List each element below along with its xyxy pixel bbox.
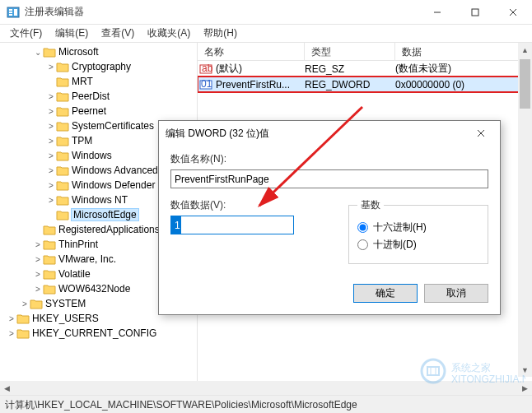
col-name[interactable]: 名称 xyxy=(198,43,305,60)
scroll-up-icon[interactable]: ▲ xyxy=(518,43,532,57)
svg-rect-6 xyxy=(472,9,478,16)
value-data-field[interactable] xyxy=(170,216,294,234)
tree-item-label: SystemCertificates xyxy=(72,120,154,132)
tree-item-label: Microsoft xyxy=(58,46,99,58)
svg-rect-4 xyxy=(14,9,17,16)
tree-item-label: SYSTEM xyxy=(45,298,86,309)
expand-icon[interactable]: > xyxy=(46,122,56,131)
value-name-label: 数值名称(N): xyxy=(170,152,488,166)
expand-icon[interactable]: > xyxy=(46,63,56,72)
tree-item-label: MicrosoftEdge xyxy=(72,209,138,220)
dialog-title: 编辑 DWORD (32 位)值 xyxy=(166,127,469,141)
folder-icon xyxy=(56,180,69,191)
folder-icon xyxy=(56,210,69,220)
base-legend: 基数 xyxy=(357,198,384,212)
expand-icon[interactable]: > xyxy=(46,181,56,190)
svg-rect-1 xyxy=(9,9,12,11)
value-data-label: 数值数据(V): xyxy=(170,198,337,212)
string-value-icon: ab xyxy=(198,63,214,76)
expand-icon[interactable]: > xyxy=(33,240,43,249)
tree-item[interactable]: ⌄Microsoft xyxy=(0,44,197,59)
tree-item-label: WOW6432Node xyxy=(58,283,130,295)
list-row[interactable]: ab(默认)REG_SZ(数值未设置) xyxy=(198,61,532,77)
titlebar: 注册表编辑器 xyxy=(0,0,532,25)
regedit-icon xyxy=(7,6,20,19)
value-name-field[interactable] xyxy=(170,169,488,188)
scroll-left-icon[interactable]: ◀ xyxy=(0,381,14,395)
expand-icon[interactable]: > xyxy=(33,285,43,294)
tree-item-label: RegisteredApplications xyxy=(58,224,160,235)
menu-file[interactable]: 文件(F) xyxy=(3,25,49,42)
ok-button[interactable]: 确定 xyxy=(353,284,418,303)
folder-icon xyxy=(30,299,43,309)
dialog-close-button[interactable] xyxy=(469,121,493,146)
minimize-button[interactable] xyxy=(418,0,456,25)
svg-point-16 xyxy=(422,360,445,383)
menu-favorites[interactable]: 收藏夹(A) xyxy=(141,25,197,42)
folder-icon xyxy=(56,77,69,87)
vertical-scrollbar[interactable]: ▲ ▼ xyxy=(518,43,532,377)
col-data[interactable]: 数据 xyxy=(395,43,532,60)
radio-dec[interactable]: 十进制(D) xyxy=(357,238,479,252)
expand-icon[interactable]: > xyxy=(46,137,56,146)
list-header: 名称 类型 数据 xyxy=(198,43,532,61)
expand-icon[interactable]: > xyxy=(33,270,43,279)
folder-icon xyxy=(16,313,30,324)
scroll-thumb[interactable] xyxy=(520,59,530,109)
expand-icon[interactable]: ⌄ xyxy=(33,48,43,57)
folder-icon xyxy=(56,195,69,206)
cell-type: REG_SZ xyxy=(305,63,395,75)
radio-hex-label: 十六进制(H) xyxy=(373,220,427,234)
menu-help[interactable]: 帮助(H) xyxy=(197,25,244,42)
tree-item[interactable]: >PeerDist xyxy=(0,89,197,104)
expand-icon[interactable]: > xyxy=(46,166,56,175)
svg-text:系统之家: 系统之家 xyxy=(451,362,491,374)
tree-item-label: Volatile xyxy=(58,268,91,280)
expand-icon[interactable]: > xyxy=(7,314,16,323)
folder-icon xyxy=(43,239,56,250)
tree-item-label: TPM xyxy=(72,135,92,146)
col-type[interactable]: 类型 xyxy=(305,43,395,60)
expand-icon[interactable]: > xyxy=(33,255,43,264)
close-button[interactable] xyxy=(494,0,532,25)
expand-icon[interactable]: > xyxy=(7,329,16,338)
dword-value-icon: 011 xyxy=(198,78,214,91)
radio-hex[interactable]: 十六进制(H) xyxy=(357,220,479,234)
folder-icon xyxy=(56,62,69,72)
cell-data: 0x00000000 (0) xyxy=(395,79,532,90)
folder-icon xyxy=(56,121,69,132)
menu-view[interactable]: 查看(V) xyxy=(95,25,141,42)
edit-dword-dialog: 编辑 DWORD (32 位)值 数值名称(N): 数值数据(V): 基数 十六… xyxy=(158,120,501,315)
watermark: 系统之家 XITONGZHIJIA.NET xyxy=(418,355,525,390)
cancel-button[interactable]: 取消 xyxy=(424,284,488,303)
folder-icon xyxy=(43,254,56,265)
tree-item[interactable]: >Cryptography xyxy=(0,59,197,74)
tree-item[interactable]: >Peernet xyxy=(0,104,197,118)
tree-item-label: Cryptography xyxy=(72,61,131,72)
tree-item[interactable]: MRT xyxy=(0,74,197,89)
radio-hex-input[interactable] xyxy=(357,222,368,233)
expand-icon[interactable]: > xyxy=(20,299,30,309)
radio-dec-label: 十进制(D) xyxy=(373,238,417,252)
svg-rect-17 xyxy=(427,367,439,375)
expand-icon[interactable]: > xyxy=(46,151,56,160)
menubar: 文件(F) 编辑(E) 查看(V) 收藏夹(A) 帮助(H) xyxy=(0,25,532,43)
expand-icon[interactable]: > xyxy=(46,196,56,205)
tree-item[interactable]: >HKEY_CURRENT_CONFIG xyxy=(0,326,197,341)
maximize-button[interactable] xyxy=(456,0,494,25)
folder-icon xyxy=(43,47,56,58)
cell-type: REG_DWORD xyxy=(305,79,395,90)
menu-edit[interactable]: 编辑(E) xyxy=(49,25,95,42)
cell-name: PreventFirstRu... xyxy=(214,79,305,90)
base-fieldset: 基数 十六进制(H) 十进制(D) xyxy=(348,198,488,264)
expand-icon[interactable]: > xyxy=(46,92,56,101)
folder-icon xyxy=(56,165,69,176)
folder-icon xyxy=(56,106,69,117)
tree-item-label: Windows NT xyxy=(72,194,128,206)
expand-icon[interactable]: > xyxy=(46,107,56,116)
svg-text:XITONGZHIJIA.NET: XITONGZHIJIA.NET xyxy=(451,374,525,385)
tree-item-label: Windows xyxy=(72,150,112,161)
radio-dec-input[interactable] xyxy=(357,239,368,250)
list-row[interactable]: 011PreventFirstRu...REG_DWORD0x00000000 … xyxy=(198,77,532,92)
statusbar: 计算机\HKEY_LOCAL_MACHINE\SOFTWARE\Policies… xyxy=(0,395,532,413)
